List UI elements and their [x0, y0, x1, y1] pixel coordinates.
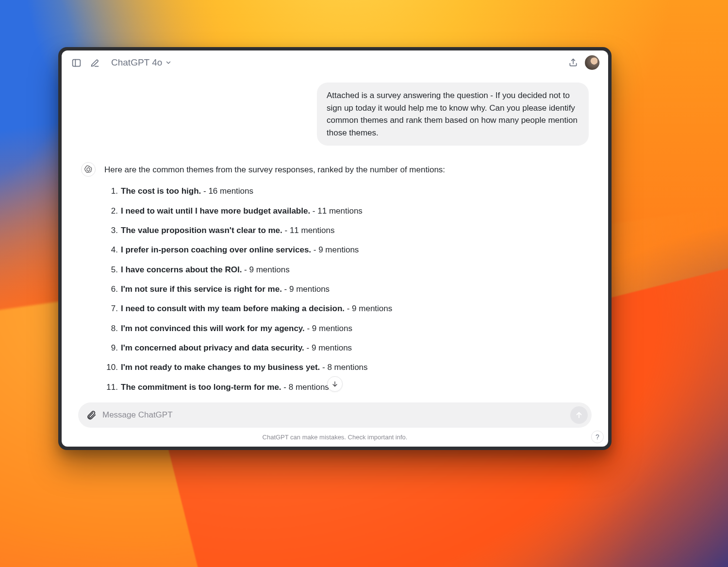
sidebar-icon	[71, 58, 82, 68]
theme-title: I need to consult with my team before ma…	[121, 304, 345, 313]
theme-mentions: - 9 mentions	[345, 304, 392, 313]
new-chat-button[interactable]	[88, 56, 101, 69]
theme-title: I'm not ready to make changes to my busi…	[121, 363, 320, 372]
theme-item: I'm concerned about privacy and data sec…	[104, 342, 589, 354]
theme-title: I'm concerned about privacy and data sec…	[121, 343, 304, 352]
help-button[interactable]: ?	[591, 431, 604, 443]
theme-item: The cost is too high. - 16 mentions	[104, 185, 589, 198]
composer-wrap	[62, 400, 608, 431]
model-selector[interactable]: ChatGPT 4o	[108, 55, 175, 70]
arrow-down-icon	[331, 380, 339, 388]
attach-button[interactable]	[85, 409, 98, 421]
theme-item: The commitment is too long-term for me. …	[104, 381, 589, 394]
themes-list: The cost is too high. - 16 mentionsI nee…	[104, 185, 589, 400]
theme-mentions: - 8 mentions	[281, 383, 329, 392]
share-icon	[568, 58, 578, 67]
svg-marker-3	[87, 167, 90, 171]
theme-mentions: - 9 mentions	[282, 284, 330, 294]
arrow-up-icon	[575, 411, 583, 419]
compose-icon	[90, 58, 100, 68]
user-avatar[interactable]	[585, 55, 599, 70]
assistant-avatar	[81, 162, 96, 177]
theme-item: I need to consult with my team before ma…	[104, 302, 589, 315]
theme-item: The value proposition wasn't clear to me…	[104, 224, 589, 237]
app-inner: ChatGPT 4o Attached is a survey answerin…	[62, 50, 608, 447]
theme-mentions: - 11 mentions	[282, 226, 335, 235]
theme-item: I'm not sure if this service is right fo…	[104, 283, 589, 296]
theme-title: I prefer in-person coaching over online …	[121, 245, 311, 254]
theme-title: The cost is too high.	[121, 186, 201, 196]
theme-item: I'm not ready to make changes to my busi…	[104, 361, 589, 374]
toggle-sidebar-button[interactable]	[69, 56, 83, 69]
model-name: ChatGPT 4o	[111, 57, 162, 68]
theme-mentions: - 9 mentions	[242, 265, 289, 274]
paperclip-icon	[86, 410, 97, 420]
user-message-text: Attached is a survey answering the quest…	[327, 91, 578, 137]
openai-icon	[84, 165, 93, 174]
theme-title: The commitment is too long-term for me.	[121, 383, 281, 392]
theme-title: I'm not sure if this service is right fo…	[121, 284, 282, 294]
conversation-area: Attached is a survey answering the quest…	[62, 73, 608, 400]
assistant-message-content: Here are the common themes from the surv…	[104, 162, 589, 400]
theme-title: The value proposition wasn't clear to me…	[121, 226, 282, 235]
help-label: ?	[596, 433, 599, 441]
svg-rect-0	[72, 59, 80, 66]
send-button[interactable]	[570, 406, 588, 424]
share-button[interactable]	[566, 56, 580, 69]
theme-item: I have concerns about the ROI. - 9 menti…	[104, 264, 589, 276]
theme-item: I prefer in-person coaching over online …	[104, 244, 589, 256]
assistant-message-row: Here are the common themes from the surv…	[81, 162, 589, 400]
assistant-intro: Here are the common themes from the surv…	[104, 164, 589, 176]
user-message-row: Attached is a survey answering the quest…	[81, 83, 589, 146]
theme-mentions: - 11 mentions	[310, 206, 363, 216]
composer	[78, 402, 592, 428]
app-header: ChatGPT 4o	[62, 50, 608, 73]
theme-mentions: - 9 mentions	[311, 245, 359, 254]
scroll-to-bottom-button[interactable]	[327, 376, 343, 392]
theme-item: I'm not convinced this will work for my …	[104, 322, 589, 335]
app-window: ChatGPT 4o Attached is a survey answerin…	[58, 47, 612, 450]
chevron-down-icon	[165, 59, 172, 66]
theme-mentions: - 16 mentions	[201, 186, 253, 196]
theme-item: I need to wait until I have more budget …	[104, 205, 589, 217]
footer-note: ChatGPT can make mistakes. Check importa…	[62, 431, 608, 447]
theme-mentions: - 9 mentions	[305, 324, 352, 333]
theme-title: I need to wait until I have more budget …	[121, 206, 310, 216]
message-input[interactable]	[102, 410, 565, 420]
theme-title: I have concerns about the ROI.	[121, 265, 242, 274]
theme-mentions: - 9 mentions	[304, 343, 352, 352]
user-message-bubble: Attached is a survey answering the quest…	[317, 83, 589, 146]
theme-mentions: - 8 mentions	[320, 363, 367, 372]
theme-title: I'm not convinced this will work for my …	[121, 324, 305, 333]
